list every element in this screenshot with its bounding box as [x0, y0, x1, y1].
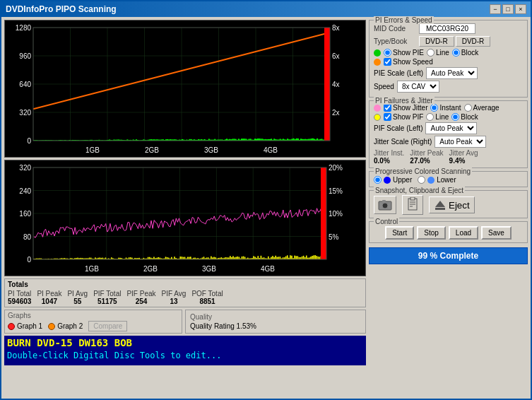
- pie-errors-title: PI Errors & Speed: [374, 16, 434, 24]
- svg-rect-9: [435, 208, 445, 210]
- prog-scan-row: Upper Lower: [374, 176, 523, 184]
- show-jitter-label[interactable]: Show Jitter: [384, 104, 427, 112]
- mid-code-row: MID Code MCC03RG20: [374, 23, 523, 34]
- quality-label: Quality: [190, 313, 361, 321]
- pie-errors-group: PI Errors & Speed MID Code MCC03RG20 Typ…: [369, 20, 528, 98]
- graph1-item: Graph 1: [8, 322, 42, 330]
- pie-block-radio[interactable]: [452, 49, 460, 57]
- speed-row: Speed 8x CAV: [374, 81, 523, 93]
- jitter-scale-select[interactable]: Auto Peak: [435, 136, 486, 148]
- lower-radio[interactable]: [418, 176, 425, 184]
- average-label[interactable]: Average: [464, 104, 500, 112]
- line-label[interactable]: Line: [427, 49, 449, 57]
- load-button[interactable]: Load: [449, 226, 478, 240]
- close-button[interactable]: ×: [515, 4, 526, 14]
- titlebar: DVDInfoPro PIPO Scanning − □ ×: [1, 1, 531, 17]
- totals-item: PI Avg55: [67, 290, 88, 305]
- jitter-avg-value: 9.4%: [449, 157, 478, 165]
- instant-radio[interactable]: [430, 104, 438, 112]
- book-btn[interactable]: DVD-R: [456, 36, 491, 47]
- totals-bar: Totals PI Total594603PI Peak1047PI Avg55…: [4, 278, 366, 307]
- snapshot-row: Eject: [374, 195, 523, 215]
- block-label[interactable]: Block: [452, 49, 478, 57]
- snapshot-button[interactable]: [374, 196, 396, 214]
- lower-label: Lower: [437, 176, 456, 184]
- graph2-label: Graph 2: [57, 322, 83, 330]
- jitter-peak-value: 27.0%: [410, 157, 443, 165]
- save-button[interactable]: Save: [481, 226, 512, 240]
- camera-icon: [377, 198, 393, 212]
- ticker-line1: BURN DVD-15 DW163 BOB: [4, 336, 366, 351]
- show-jitter-check[interactable]: [384, 104, 391, 112]
- maximize-button[interactable]: □: [502, 4, 514, 14]
- pif-line-label[interactable]: Line: [426, 113, 449, 121]
- clipboard-icon: [406, 197, 420, 213]
- instant-label[interactable]: Instant: [430, 104, 461, 112]
- jitter-peak-label: Jitter Peak: [410, 149, 443, 157]
- show-pie-radio[interactable]: [384, 49, 391, 57]
- average-radio[interactable]: [464, 104, 472, 112]
- speed-label: Speed: [374, 83, 394, 90]
- ticker-line2: Double-Click Digital Disc Tools to edit.…: [4, 351, 366, 360]
- main-window: DVDInfoPro PIPO Scanning − □ × Totals PI…: [0, 0, 532, 400]
- totals-item: PIF Peak254: [126, 290, 155, 305]
- minimize-button[interactable]: −: [490, 4, 501, 14]
- pi-failures-group: PI Failures & Jitter Show Jitter Instant: [369, 100, 528, 168]
- control-row: Start Stop Load Save: [374, 226, 523, 240]
- stop-button[interactable]: Stop: [417, 226, 446, 240]
- top-chart: [4, 20, 366, 158]
- totals-item: PI Total594603: [8, 290, 31, 305]
- graphs-label: Graphs: [8, 312, 179, 319]
- clipboard-button[interactable]: [402, 195, 423, 215]
- start-button[interactable]: Start: [385, 226, 414, 240]
- pif-block-label[interactable]: Block: [451, 113, 478, 121]
- totals-item: PIF Avg13: [162, 290, 187, 305]
- eject-button[interactable]: Eject: [429, 196, 475, 213]
- show-speed-check[interactable]: [384, 58, 391, 66]
- pif-line-radio[interactable]: [426, 113, 434, 121]
- pie-dot: [374, 49, 381, 57]
- control-group: Control Start Stop Load Save: [369, 221, 528, 243]
- graphs-box: Graphs Graph 1 Graph 2 Compare: [4, 310, 182, 334]
- progressive-scanning-title: Progressive Colored Scanning: [374, 167, 472, 175]
- type-book-row: Type/Book DVD-R DVD-R: [374, 36, 523, 47]
- show-pie-label[interactable]: Show PIE: [384, 49, 424, 57]
- type-book-btns: DVD-R DVD-R: [419, 36, 490, 47]
- show-pif-check[interactable]: [384, 113, 391, 121]
- type-btn[interactable]: DVD-R: [419, 36, 454, 47]
- eject-icon: [434, 199, 447, 211]
- speed-select[interactable]: 8x CAV: [397, 81, 439, 93]
- jitter-avg-stat: Jitter Avg 9.4%: [449, 149, 478, 165]
- pif-block-radio[interactable]: [451, 113, 459, 121]
- jitter-stats: Jitter Inst. 0.0% Jitter Peak 27.0% Jitt…: [374, 149, 523, 165]
- snapshot-title: Snapshot, Clipboard & Eject: [374, 187, 465, 194]
- mid-code-value: MCC03RG20: [419, 23, 475, 34]
- pif-dot: [374, 114, 381, 121]
- compare-button[interactable]: Compare: [88, 321, 127, 331]
- jitter-scale-label: Jitter Scale (Right): [374, 138, 432, 146]
- speed-dot: [374, 59, 381, 66]
- control-title: Control: [374, 218, 399, 225]
- lower-dot: [427, 177, 435, 184]
- eject-label: Eject: [449, 200, 470, 211]
- upper-label: Upper: [393, 176, 412, 184]
- pif-scale-row: PIF Scale (Left) Auto Peak: [374, 122, 523, 134]
- mid-code-label: MID Code: [374, 25, 416, 33]
- show-pif-row: Show PIF Line Block: [374, 113, 523, 121]
- pie-line-radio[interactable]: [427, 49, 435, 57]
- totals-item: PIF Total51175: [93, 290, 121, 305]
- totals-row: PI Total594603PI Peak1047PI Avg55PIF Tot…: [8, 290, 362, 305]
- pie-scale-label: PIE Scale (Left): [374, 69, 423, 77]
- jitter-peak-stat: Jitter Peak 27.0%: [410, 149, 443, 165]
- show-pif-label[interactable]: Show PIF: [384, 113, 423, 121]
- svg-point-1: [382, 203, 388, 208]
- show-jitter-row: Show Jitter Instant Average: [374, 104, 523, 112]
- show-pie-row: Show PIE Line Block: [374, 49, 523, 57]
- bottom-section: Graphs Graph 1 Graph 2 Compare: [4, 310, 366, 334]
- show-speed-label[interactable]: Show Speed: [384, 58, 433, 66]
- progressive-scanning-group: Progressive Colored Scanning Upper Lower: [369, 171, 528, 187]
- pif-scale-select[interactable]: Auto Peak: [425, 122, 477, 134]
- upper-radio[interactable]: [374, 176, 382, 184]
- pie-scale-select[interactable]: Auto Peak: [426, 67, 478, 79]
- type-book-label: Type/Book: [374, 37, 416, 45]
